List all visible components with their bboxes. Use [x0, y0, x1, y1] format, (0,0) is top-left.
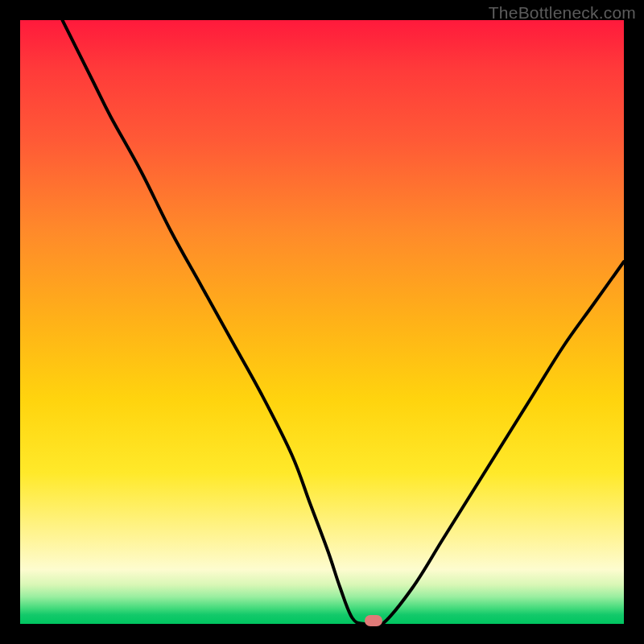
chart-plot-area: [20, 20, 624, 624]
chart-stage: TheBottleneck.com: [0, 0, 644, 644]
